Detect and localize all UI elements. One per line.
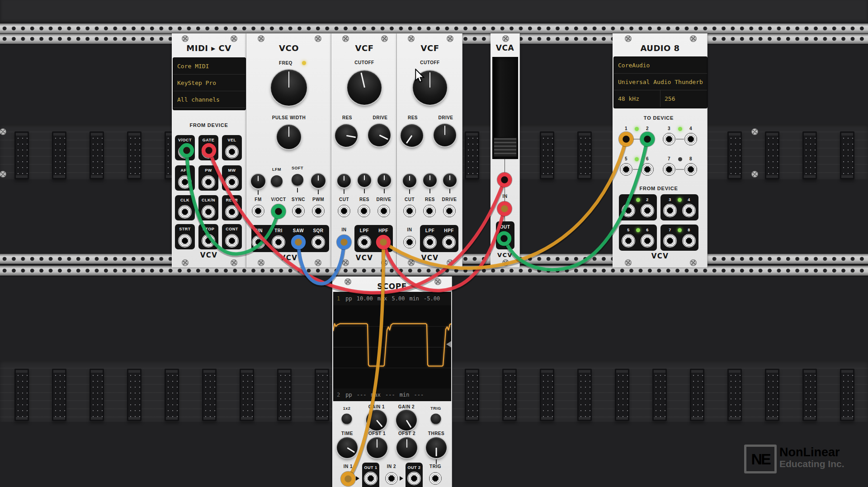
scope-time-knob[interactable] (337, 437, 358, 458)
vco-saw-jack[interactable] (292, 235, 305, 249)
midi-clk-jack[interactable] (178, 205, 192, 219)
vco-lfm-button[interactable] (271, 175, 283, 187)
audio8-from7-jack[interactable] (663, 234, 677, 248)
audio8-to6-jack[interactable] (641, 163, 654, 176)
midi-aft-jack[interactable] (178, 175, 192, 189)
scope-gain1-knob[interactable] (366, 410, 387, 431)
vcf2-drive-atten-knob[interactable] (443, 173, 457, 187)
midi-driver-row[interactable]: Core MIDI (173, 58, 245, 75)
audio8-to3-jack[interactable] (662, 132, 676, 146)
audio8-led (678, 198, 682, 202)
vcf1-res-atten-knob[interactable] (358, 173, 371, 187)
midi-vel-jack[interactable] (225, 145, 239, 159)
midi-device-row[interactable]: KeyStep Pro (173, 75, 245, 91)
midi-retr-jack[interactable] (225, 205, 239, 219)
audio8-from4-jack[interactable] (682, 204, 696, 217)
vcf2-res-atten-knob[interactable] (423, 173, 437, 187)
vcf1-drive-knob[interactable] (368, 124, 391, 146)
vco-pwm-atten-knob[interactable] (311, 173, 326, 188)
vcv-brand: VCV (651, 253, 669, 260)
scope-out1-jack[interactable] (364, 472, 377, 485)
audio8-to4-jack[interactable] (684, 132, 698, 146)
backplane-connector (14, 131, 29, 179)
audio8-from2-jack[interactable] (641, 204, 654, 217)
vco-sin-jack[interactable] (252, 235, 265, 249)
audio8-device-row[interactable]: Universal Audio Thunderb (614, 74, 707, 90)
vcf2-hpf-jack[interactable] (442, 235, 456, 249)
midi-mw-jack[interactable] (225, 175, 239, 189)
vcf1-in-jack[interactable] (337, 235, 351, 249)
scope-ofst2-knob[interactable] (396, 437, 417, 458)
scope-title: SCOPE (377, 283, 407, 290)
vcf2-lpf-jack[interactable] (423, 235, 437, 249)
vco-voct-jack[interactable] (272, 204, 285, 218)
vcf1-hpf-jack[interactable] (377, 235, 390, 249)
vco-pwm-jack[interactable] (311, 204, 325, 218)
vcf1-res-knob[interactable] (335, 124, 358, 147)
scope-ofst1-knob[interactable] (367, 437, 387, 458)
scope-gain2-knob[interactable] (396, 410, 417, 431)
scope-in1-jack[interactable] (341, 472, 355, 485)
midi-cont-jack[interactable] (225, 234, 239, 248)
vco-freq-knob[interactable] (271, 70, 307, 106)
scope-trig-button[interactable] (431, 414, 441, 424)
vco-soft-button[interactable] (292, 174, 303, 186)
vcf2-cut-jack[interactable] (403, 204, 416, 218)
scope-trigger-marker[interactable] (446, 341, 451, 347)
screw (447, 35, 453, 42)
vco-tri-jack[interactable] (272, 235, 285, 249)
vcf1-drive-label: DRIVE (373, 116, 387, 120)
audio8-to1-jack[interactable] (619, 132, 633, 146)
audio8-to7-jack[interactable] (662, 163, 676, 176)
audio8-driver-row[interactable]: CoreAudio (614, 57, 707, 74)
scope-trig-btn-label: TRIG (430, 407, 441, 411)
vcf2-res-jack[interactable] (423, 204, 436, 218)
midi-stop-jack[interactable] (202, 234, 215, 248)
audio8-from1-jack[interactable] (622, 204, 635, 217)
audio8-buffer[interactable]: 256 (660, 90, 707, 107)
scope-trig-jack[interactable] (429, 472, 442, 485)
vca-in-jack[interactable] (498, 202, 511, 215)
midi-pw-jack[interactable] (202, 175, 215, 189)
midi-voct-jack[interactable] (178, 145, 192, 159)
vcf1-res-jack[interactable] (357, 204, 371, 218)
vco-sync-jack[interactable] (292, 204, 305, 218)
audio8-from8-jack[interactable] (682, 234, 696, 248)
audio8-to2-jack[interactable] (641, 132, 654, 146)
audio8-to8-jack[interactable] (684, 163, 698, 176)
scope-time-label: TIME (341, 431, 353, 436)
scope-out2-jack[interactable] (407, 472, 421, 485)
audio8-to5-jack[interactable] (619, 163, 633, 176)
vcf2-cut-atten-knob[interactable] (403, 174, 416, 187)
vcf2-drive-knob[interactable] (434, 124, 456, 146)
vcf1-cut-atten-knob[interactable] (337, 174, 351, 187)
vcf1-drive-atten-knob[interactable] (377, 173, 391, 187)
vcf2-drive-jack[interactable] (443, 204, 456, 218)
vca-out-jack[interactable] (498, 232, 511, 245)
vcf2-res-knob[interactable] (401, 124, 423, 147)
audio8-from6-jack[interactable] (641, 234, 654, 248)
vco-freq-label: FREQ (279, 61, 292, 66)
midi-channel-row[interactable]: All channels (173, 91, 245, 108)
vcf2-in-jack[interactable] (403, 235, 416, 249)
scope-1x2-button[interactable] (342, 414, 352, 424)
scope-in2-jack[interactable] (385, 472, 398, 485)
vcf1-cut-jack[interactable] (337, 204, 351, 218)
midi-clkn-jack[interactable] (202, 205, 215, 219)
vco-fm-jack[interactable] (251, 204, 265, 218)
vcf1-cutoff-knob[interactable] (347, 70, 382, 105)
vco-sqr-jack[interactable] (311, 235, 325, 249)
vcf1-lpf-jack[interactable] (358, 235, 371, 249)
midi-gate-jack[interactable] (202, 145, 215, 159)
vca-level-slider-handle[interactable] (493, 137, 517, 157)
scope-thres-knob[interactable] (426, 437, 447, 458)
audio8-from3-jack[interactable] (663, 204, 677, 217)
vco-pw-knob[interactable] (277, 125, 301, 149)
vca-cv-jack[interactable] (498, 173, 511, 187)
audio8-from5-jack[interactable] (622, 234, 635, 248)
vcf1-drive-jack[interactable] (377, 204, 391, 218)
vco-fm-atten-knob[interactable] (251, 174, 265, 188)
midi-strt-jack[interactable] (178, 234, 192, 248)
midi-jack-label: AFT (181, 169, 189, 173)
audio8-samplerate[interactable]: 48 kHz (614, 90, 660, 107)
